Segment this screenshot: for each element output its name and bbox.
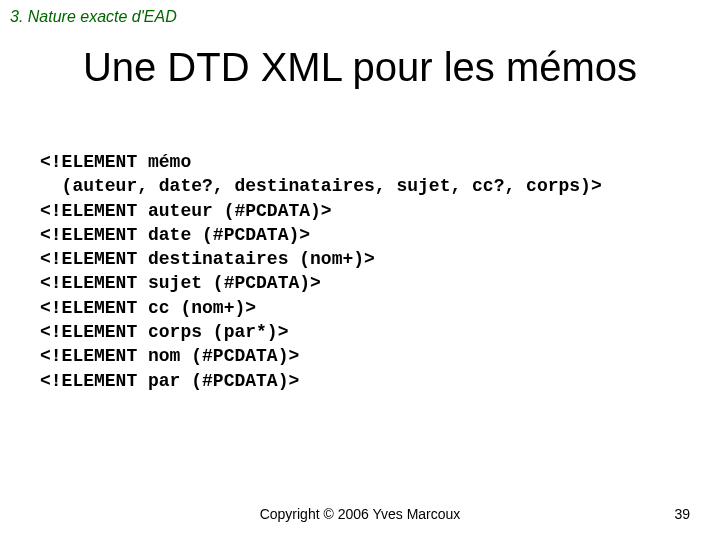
code-line: <!ELEMENT corps (par*)> xyxy=(40,322,288,342)
dtd-code-block: <!ELEMENT mémo (auteur, date?, destinata… xyxy=(40,150,602,393)
code-line: <!ELEMENT par (#PCDATA)> xyxy=(40,371,299,391)
code-line: <!ELEMENT mémo xyxy=(40,152,191,172)
code-line: <!ELEMENT date (#PCDATA)> xyxy=(40,225,310,245)
slide-title: Une DTD XML pour les mémos xyxy=(0,45,720,90)
code-line: <!ELEMENT cc (nom+)> xyxy=(40,298,256,318)
footer-copyright: Copyright © 2006 Yves Marcoux xyxy=(0,506,720,522)
page-number: 39 xyxy=(674,506,690,522)
slide: 3. Nature exacte d'EAD Une DTD XML pour … xyxy=(0,0,720,540)
code-line: <!ELEMENT sujet (#PCDATA)> xyxy=(40,273,321,293)
code-line: (auteur, date?, destinataires, sujet, cc… xyxy=(40,176,602,196)
code-line: <!ELEMENT destinataires (nom+)> xyxy=(40,249,375,269)
code-line: <!ELEMENT auteur (#PCDATA)> xyxy=(40,201,332,221)
code-line: <!ELEMENT nom (#PCDATA)> xyxy=(40,346,299,366)
section-header: 3. Nature exacte d'EAD xyxy=(10,8,177,26)
